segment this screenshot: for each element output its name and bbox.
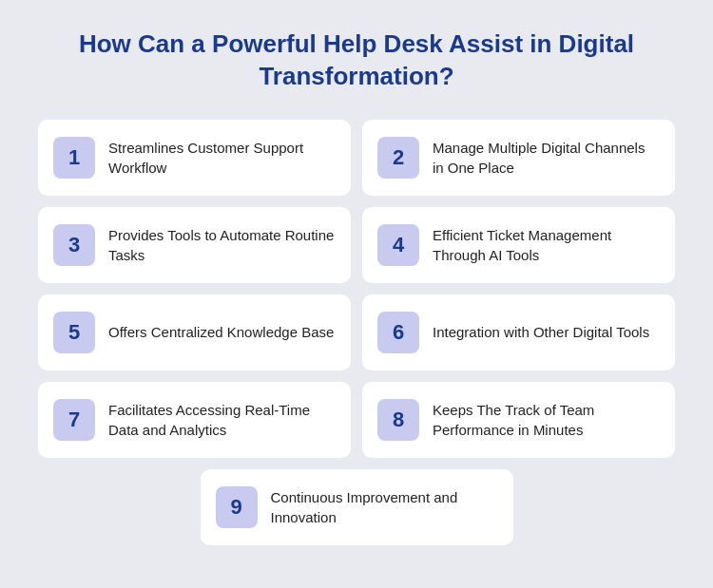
card-4: 4 Efficient Ticket Management Through AI… <box>362 207 675 283</box>
card-3-text: Provides Tools to Automate Routine Tasks <box>108 225 336 265</box>
bottom-row: 9 Continuous Improvement and Innovation <box>38 469 675 545</box>
card-1: 1 Streamlines Customer Support Workflow <box>38 120 351 196</box>
card-3: 3 Provides Tools to Automate Routine Tas… <box>38 207 351 283</box>
badge-9: 9 <box>216 486 258 528</box>
badge-4: 4 <box>377 224 419 266</box>
cards-grid: 1 Streamlines Customer Support Workflow … <box>38 120 675 458</box>
card-2-text: Manage Multiple Digital Channels in One … <box>433 138 660 178</box>
card-7: 7 Facilitates Accessing Real-Time Data a… <box>38 382 351 458</box>
badge-1: 1 <box>53 137 95 179</box>
badge-7: 7 <box>53 399 95 441</box>
card-1-text: Streamlines Customer Support Workflow <box>108 138 336 178</box>
card-4-text: Efficient Ticket Management Through AI T… <box>433 225 660 265</box>
badge-6: 6 <box>377 312 419 353</box>
card-6-text: Integration with Other Digital Tools <box>433 322 649 342</box>
badge-8: 8 <box>377 399 419 441</box>
card-6: 6 Integration with Other Digital Tools <box>362 294 675 370</box>
card-8-text: Keeps The Track of Team Performance in M… <box>433 400 660 440</box>
card-9-text: Continuous Improvement and Innovation <box>271 487 498 527</box>
card-9: 9 Continuous Improvement and Innovation <box>201 469 513 545</box>
card-5: 5 Offers Centralized Knowledge Base <box>38 294 351 370</box>
page-title: How Can a Powerful Help Desk Assist in D… <box>38 28 675 93</box>
badge-3: 3 <box>53 224 95 266</box>
badge-5: 5 <box>53 312 95 353</box>
badge-2: 2 <box>377 137 419 179</box>
card-2: 2 Manage Multiple Digital Channels in On… <box>362 120 675 196</box>
card-7-text: Facilitates Accessing Real-Time Data and… <box>108 400 336 440</box>
card-8: 8 Keeps The Track of Team Performance in… <box>362 382 675 458</box>
card-5-text: Offers Centralized Knowledge Base <box>108 322 334 342</box>
